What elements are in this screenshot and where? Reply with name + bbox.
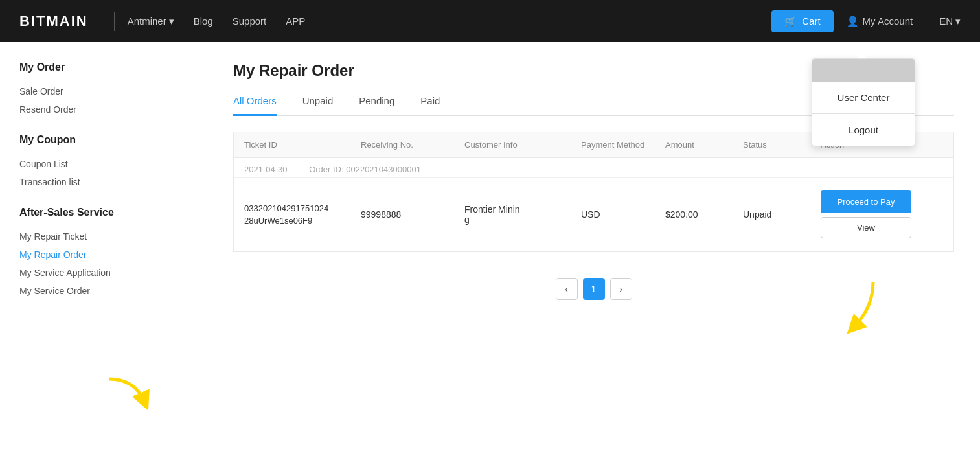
header-divider2: [926, 15, 926, 28]
yellow-arrow-sidebar: [102, 373, 154, 414]
header-divider: [114, 12, 115, 31]
nav-app[interactable]: APP: [286, 16, 305, 27]
user-icon: 👤: [847, 16, 859, 27]
col-ticket-id: Ticket ID: [244, 140, 361, 150]
cart-icon: 🛒: [784, 16, 797, 27]
logout-item[interactable]: Logout: [812, 114, 915, 146]
table-row-date: 2021-04-30 Order ID: 0022021043000001: [234, 158, 953, 178]
pagination: ‹ 1 ›: [233, 278, 954, 300]
chevron-down-icon: ▾: [169, 16, 174, 27]
cell-amount: $200.00: [665, 209, 743, 220]
nav-support[interactable]: Support: [233, 16, 267, 27]
col-receiving-no: Receiving No.: [361, 140, 464, 150]
avatar-bar: [812, 59, 915, 82]
proceed-to-pay-button[interactable]: Proceed to Pay: [821, 190, 911, 213]
chevron-down-icon: ▾: [955, 16, 961, 27]
tab-unpaid[interactable]: Unpaid: [302, 95, 334, 116]
cell-action: Proceed to Pay View: [821, 190, 924, 238]
next-page-button[interactable]: ›: [610, 278, 632, 300]
col-customer-info: Customer Info: [464, 140, 581, 150]
col-status: Status: [743, 140, 821, 150]
language-selector[interactable]: EN ▾: [939, 16, 961, 27]
my-account-button[interactable]: 👤 My Account: [847, 16, 913, 27]
sidebar-section-after-sales: After-Sales Service: [19, 207, 187, 218]
cart-button[interactable]: 🛒 Cart: [771, 10, 833, 32]
col-payment-method: Payment Method: [581, 140, 665, 150]
cell-status: Unpaid: [743, 209, 821, 220]
logo: BITMAIN: [19, 13, 88, 30]
sidebar: My Order Sale Order Resend Order My Coup…: [0, 42, 207, 460]
dropdown-arrow: [856, 52, 867, 58]
col-amount: Amount: [665, 140, 743, 150]
sidebar-item-repair-order[interactable]: My Repair Order: [19, 246, 187, 264]
sidebar-item-transaction-list[interactable]: Transaction list: [19, 173, 187, 191]
cell-ticket-id: 03320210429175102428uUrWe1se06F9: [244, 202, 361, 227]
cell-payment-method: USD: [581, 209, 665, 220]
sidebar-item-repair-ticket[interactable]: My Repair Ticket: [19, 227, 187, 246]
header-right: 🛒 Cart 👤 My Account EN ▾: [771, 10, 961, 32]
sidebar-item-sale-order[interactable]: Sale Order: [19, 82, 187, 100]
table-row: 03320210429175102428uUrWe1se06F9 9999888…: [234, 178, 953, 251]
view-button[interactable]: View: [821, 217, 911, 238]
header: BITMAIN Antminer ▾ Blog Support APP 🛒 Ca…: [0, 0, 980, 42]
cell-receiving-no: 99998888: [361, 209, 464, 220]
order-id-label: Order ID: 0022021043000001: [309, 165, 421, 174]
sidebar-item-resend-order[interactable]: Resend Order: [19, 100, 187, 119]
cell-customer-info: Frontier Mining: [464, 204, 581, 225]
nav-antminer[interactable]: Antminer ▾: [128, 16, 174, 27]
header-nav: Antminer ▾ Blog Support APP: [128, 16, 772, 27]
tab-paid[interactable]: Paid: [420, 95, 440, 116]
user-center-item[interactable]: User Center: [812, 82, 915, 113]
tab-pending[interactable]: Pending: [359, 95, 394, 116]
sidebar-item-coupon-list[interactable]: Coupon List: [19, 155, 187, 173]
sidebar-section-my-order: My Order: [19, 62, 187, 73]
account-dropdown: User Center Logout: [812, 58, 915, 146]
tab-all-orders[interactable]: All Orders: [233, 95, 277, 116]
prev-page-button[interactable]: ‹: [556, 278, 578, 300]
page-1-button[interactable]: 1: [583, 278, 605, 300]
sidebar-section-my-coupon: My Coupon: [19, 134, 187, 146]
sidebar-item-service-order[interactable]: My Service Order: [19, 282, 187, 300]
nav-blog[interactable]: Blog: [194, 16, 213, 27]
table-row-container: 2021-04-30 Order ID: 0022021043000001 03…: [233, 158, 954, 252]
sidebar-item-service-application[interactable]: My Service Application: [19, 264, 187, 282]
